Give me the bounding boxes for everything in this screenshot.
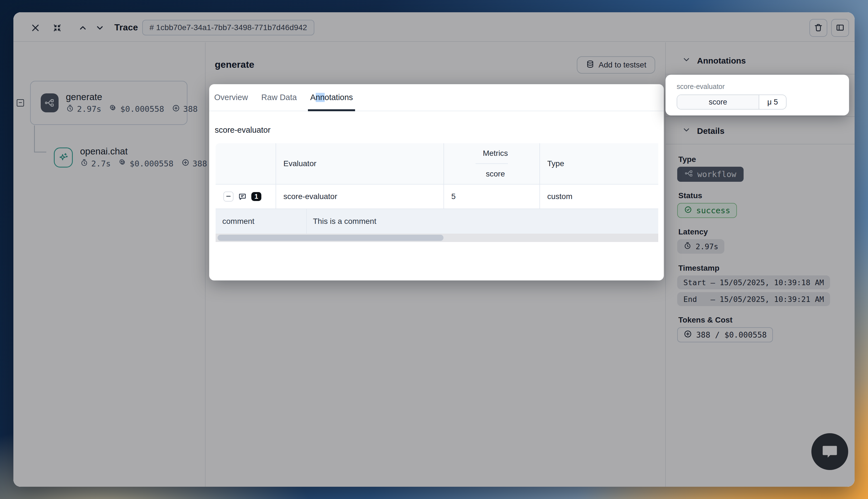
- stopwatch-icon: [683, 241, 692, 252]
- details-section-header[interactable]: Details: [682, 125, 724, 136]
- trace-title: Trace: [114, 22, 138, 33]
- header-type: Type: [540, 143, 658, 184]
- trace-id-badge[interactable]: # 1cbb70e7-34a1-7bb7-3498-771b7d46d942: [142, 20, 314, 35]
- minimize-button[interactable]: [52, 23, 62, 34]
- comment-icon[interactable]: [238, 192, 247, 201]
- desktop-background: Trace # 1cbb70e7-34a1-7bb7-3498-771b7d46…: [0, 0, 868, 499]
- timestamp-start-badge: Start – 15/05/2025, 10:39:18 AM: [677, 276, 830, 289]
- annotation-score-card: score-evaluator score μ 5: [665, 75, 849, 115]
- annotations-section-title: Annotations: [697, 56, 746, 65]
- span-detail-title: generate: [215, 59, 254, 70]
- trace-topbar: Trace # 1cbb70e7-34a1-7bb7-3498-771b7d46…: [13, 12, 855, 42]
- comment-count-badge[interactable]: 1: [251, 192, 261, 201]
- status-badge: success: [677, 203, 737, 218]
- row-score-cell: 5: [444, 184, 540, 208]
- score-mean-value[interactable]: μ 5: [759, 95, 786, 109]
- database-icon: [586, 60, 595, 71]
- annotations-section-header[interactable]: Annotations: [682, 55, 746, 66]
- coins-icon: [119, 158, 127, 169]
- timestamp-label: Timestamp: [678, 264, 719, 273]
- table-header: Evaluator Metrics score Type: [216, 143, 658, 184]
- annotation-evaluator-label: score-evaluator: [677, 83, 849, 90]
- comment-value: This is a comment: [307, 209, 658, 234]
- check-circle-icon: [684, 205, 692, 216]
- header-metrics: Metrics score: [444, 143, 540, 184]
- span-node-openai-chat[interactable]: openai.chat 2.7s $0.000558 388: [54, 146, 207, 169]
- comment-row: comment This is a comment: [216, 209, 658, 234]
- evaluator-heading: score-evaluator: [215, 125, 270, 135]
- timestamp-end-badge: End – 15/05/2025, 10:39:21 AM: [677, 292, 830, 306]
- latency-value: 2.97s: [77, 104, 101, 114]
- span-name: generate: [66, 92, 198, 102]
- next-span-button[interactable]: [95, 23, 105, 34]
- trace-sheet: Trace # 1cbb70e7-34a1-7bb7-3498-771b7d46…: [13, 12, 855, 487]
- workflow-icon: [685, 169, 694, 180]
- tree-connector: [34, 125, 35, 151]
- tab-overview[interactable]: Overview: [214, 84, 248, 111]
- type-value: workflow: [697, 170, 736, 179]
- span-stats: 2.97s $0.000558 388: [66, 104, 198, 114]
- tab-raw-data[interactable]: Raw Data: [261, 84, 297, 111]
- close-button[interactable]: [30, 23, 41, 34]
- type-label: Type: [678, 155, 696, 164]
- horizontal-scrollbar[interactable]: [216, 234, 658, 242]
- details-section-title: Details: [697, 126, 724, 136]
- stopwatch-icon: [66, 104, 74, 114]
- tab-annotations[interactable]: Annotations: [310, 84, 353, 111]
- chevron-down-icon: [95, 23, 105, 34]
- add-to-testset-button[interactable]: Add to testset: [577, 56, 655, 74]
- stopwatch-icon: [80, 158, 88, 169]
- cost-value: $0.000558: [130, 159, 173, 168]
- latency-value: 2.7s: [91, 159, 111, 168]
- latency-label: Latency: [678, 228, 708, 236]
- tokens-cost-badge: 388 / $0.000558: [677, 327, 773, 342]
- tokens-value: 388: [192, 159, 207, 168]
- type-badge: workflow: [677, 167, 744, 182]
- coins-icon: [109, 104, 118, 114]
- table-row: 1 score-evaluator 5 custom: [216, 184, 658, 209]
- tokens-icon: [181, 158, 190, 169]
- row-type-cell: custom: [540, 184, 658, 208]
- prev-span-button[interactable]: [77, 23, 88, 34]
- span-stats: 2.7s $0.000558 388: [80, 158, 207, 169]
- divider: [665, 74, 855, 74]
- chat-bubble-icon: [820, 441, 840, 462]
- arrows-minimize-icon: [52, 23, 62, 34]
- collapse-node-toggle[interactable]: [17, 99, 24, 107]
- minus-icon: [225, 193, 231, 200]
- text-selection: nn: [316, 93, 325, 102]
- cost-value: $0.000558: [120, 104, 164, 114]
- close-icon: [31, 23, 40, 34]
- span-node-generate[interactable]: generate 2.97s $0.000558 388: [30, 81, 188, 125]
- row-actions-cell: 1: [216, 184, 276, 208]
- minus-icon: [18, 100, 23, 106]
- latency-badge: 2.97s: [677, 239, 724, 254]
- status-label: Status: [678, 191, 702, 200]
- collapse-row-button[interactable]: [224, 192, 233, 202]
- workflow-icon: [41, 93, 59, 112]
- tokens-icon: [172, 104, 180, 114]
- chevron-up-icon: [78, 23, 87, 34]
- tokens-value: 388: [183, 104, 197, 114]
- plus-circle-icon: [683, 329, 692, 340]
- header-metric-score: score: [479, 164, 505, 184]
- toggle-panel-button[interactable]: [831, 19, 849, 37]
- support-chat-button[interactable]: [811, 433, 848, 470]
- tokens-cost-value: 388 / $0.000558: [696, 330, 767, 340]
- trash-icon: [813, 23, 823, 33]
- delete-trace-button[interactable]: [809, 19, 827, 37]
- scrollbar-thumb[interactable]: [218, 235, 444, 241]
- chevron-down-icon: [682, 125, 691, 136]
- comment-key: comment: [216, 209, 307, 234]
- header-actions-column: [216, 143, 276, 184]
- latency-value: 2.97s: [696, 242, 718, 251]
- status-value: success: [696, 206, 730, 215]
- span-tree-sidebar: generate 2.97s $0.000558 388: [13, 42, 206, 487]
- add-to-testset-label: Add to testset: [599, 61, 646, 70]
- score-metric-field[interactable]: score: [677, 95, 759, 109]
- tree-connector: [34, 151, 46, 153]
- score-pill: score μ 5: [677, 95, 786, 110]
- divider: [665, 116, 855, 117]
- span-name: openai.chat: [80, 146, 207, 157]
- annotations-table: Evaluator Metrics score Type 1: [216, 143, 658, 242]
